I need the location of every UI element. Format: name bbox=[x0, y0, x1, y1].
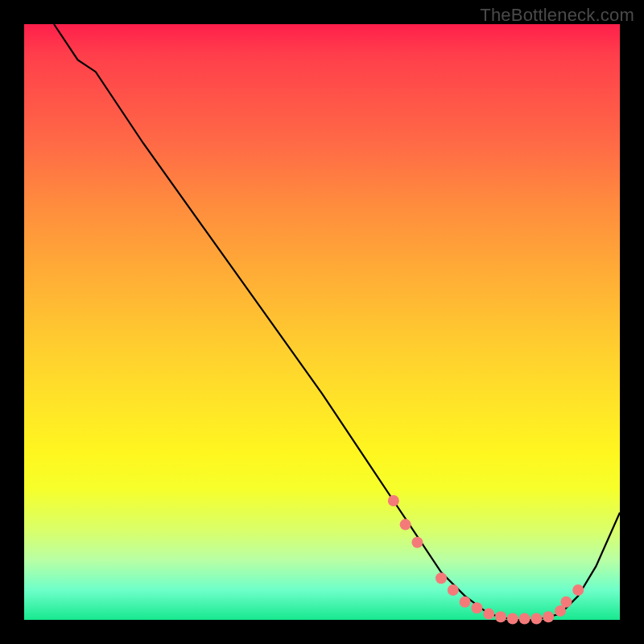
marker-dot bbox=[388, 495, 399, 506]
bottleneck-curve bbox=[54, 24, 620, 620]
chart-frame: TheBottleneck.com bbox=[0, 0, 644, 644]
marker-dot bbox=[411, 537, 423, 548]
marker-dot bbox=[495, 611, 506, 622]
marker-dot bbox=[471, 602, 482, 613]
marker-dot bbox=[483, 609, 494, 620]
marker-dot bbox=[572, 584, 584, 596]
curve-layer bbox=[24, 24, 620, 620]
watermark-text: TheBottleneck.com bbox=[480, 5, 634, 26]
marker-dot bbox=[519, 613, 530, 625]
marker-dot bbox=[530, 613, 542, 625]
marker-dot bbox=[436, 572, 447, 584]
curve-markers bbox=[388, 495, 584, 625]
plot-area bbox=[24, 24, 620, 620]
marker-dot bbox=[543, 611, 554, 622]
marker-dot bbox=[507, 613, 518, 625]
marker-dot bbox=[560, 597, 572, 608]
marker-dot bbox=[400, 519, 411, 530]
marker-dot bbox=[460, 597, 471, 608]
marker-dot bbox=[448, 584, 459, 596]
